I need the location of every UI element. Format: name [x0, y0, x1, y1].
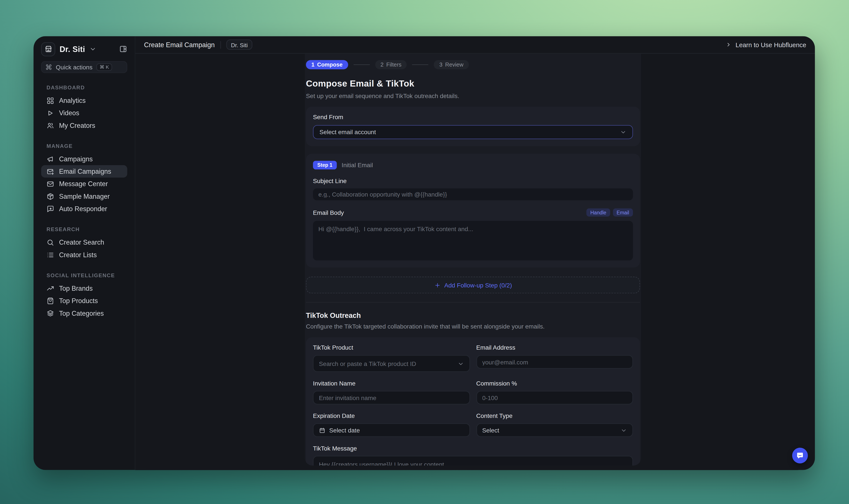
tiktok-message-textarea[interactable] — [313, 456, 633, 466]
chevron-down-icon — [620, 427, 627, 433]
workspace-switcher[interactable]: Dr. Siti — [41, 36, 127, 54]
sidebar-item-label: Top Categories — [59, 309, 104, 317]
email-body-header: Email Body Handle Email — [313, 209, 633, 217]
sidebar-item-my-creators[interactable]: My Creators — [41, 119, 127, 131]
shopping-bag-icon — [47, 297, 54, 305]
step-connector — [354, 65, 370, 65]
subject-input[interactable] — [313, 188, 633, 200]
send-from-card: Send From Select email account — [306, 107, 640, 146]
chevron-down-icon — [457, 360, 464, 367]
step-connector — [412, 65, 429, 65]
sidebar-item-top-products[interactable]: Top Products — [41, 294, 127, 307]
commission-input[interactable] — [476, 391, 633, 404]
content-type-select[interactable]: Select — [476, 423, 633, 437]
email-body-textarea[interactable] — [313, 221, 633, 260]
section-label-social-intelligence: SOCIAL INTELLIGENCE — [47, 272, 127, 278]
quick-actions-label: Quick actions — [56, 64, 92, 70]
step1-badge: Step 1 — [313, 161, 337, 169]
app-window: Dr. Siti Quick actions ⌘ K DASHBOARD Ana… — [34, 36, 815, 470]
content-type-placeholder: Select — [482, 427, 499, 433]
step1-title: Initial Email — [342, 162, 373, 168]
invitation-name-input[interactable] — [313, 391, 470, 404]
sidebar-item-creator-lists[interactable]: Creator Lists — [41, 249, 127, 261]
workspace-name: Dr. Siti — [59, 44, 85, 53]
section-label-research: RESEARCH — [47, 226, 127, 232]
step-number: 3 — [439, 62, 442, 68]
insert-email-tag-button[interactable]: Email — [613, 209, 633, 217]
learn-link[interactable]: Learn to Use Hubfluence — [726, 41, 806, 49]
plus-icon — [434, 282, 440, 288]
sidebar-item-label: Message Center — [59, 180, 108, 187]
page-title: Compose Email & TikTok — [306, 78, 640, 89]
add-followup-button[interactable]: Add Follow-up Step (0/2) — [306, 276, 640, 293]
quick-actions-shortcut: ⌘ K — [96, 63, 112, 71]
sidebar-item-videos[interactable]: Videos — [41, 107, 127, 119]
storefront-icon — [41, 42, 55, 56]
sidebar-item-creator-search[interactable]: Creator Search — [41, 236, 127, 249]
sidebar-item-message-center[interactable]: Message Center — [41, 178, 127, 190]
sidebar-item-email-campaigns[interactable]: Email Campaigns — [41, 165, 127, 177]
section-label-manage: MANAGE — [47, 143, 127, 149]
tiktok-card: TikTok Product Search or paste a TikTok … — [306, 337, 640, 466]
email-address-label: Email Address — [476, 344, 633, 351]
message-reply-icon — [47, 205, 54, 212]
sidebar-item-top-categories[interactable]: Top Categories — [41, 307, 127, 319]
sidebar-item-label: Campaigns — [59, 155, 93, 163]
list-icon — [47, 251, 54, 258]
command-icon — [46, 64, 52, 70]
step-compose[interactable]: 1 Compose — [306, 60, 348, 69]
sidebar-item-auto-responder[interactable]: Auto Responder — [41, 202, 127, 215]
commission-label: Commission % — [476, 380, 633, 386]
page-subtitle: Set up your email sequence and TikTok ou… — [306, 93, 640, 99]
sidebar-item-label: Top Brands — [59, 284, 93, 292]
quick-actions-button[interactable]: Quick actions ⌘ K — [41, 61, 127, 73]
users-icon — [47, 122, 54, 129]
collapse-sidebar-button[interactable] — [119, 45, 127, 53]
step-review[interactable]: 3 Review — [434, 60, 469, 69]
tiktok-product-field: TikTok Product Search or paste a TikTok … — [313, 344, 470, 372]
section-label-dashboard: DASHBOARD — [47, 84, 127, 90]
sidebar-item-analytics[interactable]: Analytics — [41, 94, 127, 107]
package-icon — [47, 193, 54, 200]
tiktok-message-field: TikTok Message — [313, 445, 633, 466]
expiration-date-picker[interactable]: Select date — [313, 423, 470, 437]
stepper: 1 Compose 2 Filters 3 Review — [306, 60, 640, 69]
sidebar-item-label: Auto Responder — [59, 205, 107, 212]
megaphone-icon — [47, 155, 54, 163]
topbar: Create Email Campaign Dr. Siti Learn to … — [135, 36, 815, 54]
sidebar-item-campaigns[interactable]: Campaigns — [41, 152, 127, 165]
workspace-chip[interactable]: Dr. Siti — [226, 40, 253, 50]
insert-handle-tag-button[interactable]: Handle — [586, 209, 610, 217]
layers-icon — [47, 309, 54, 317]
page-breadcrumb-title: Create Email Campaign — [144, 41, 215, 49]
merge-tags: Handle Email — [586, 209, 633, 217]
subject-label: Subject Line — [313, 178, 633, 184]
sidebar-item-top-brands[interactable]: Top Brands — [41, 282, 127, 294]
email-address-input[interactable] — [476, 355, 633, 368]
step-number: 2 — [380, 62, 383, 68]
chevron-down-icon — [89, 46, 96, 52]
chat-bubble-icon — [796, 451, 804, 460]
tiktok-message-label: TikTok Message — [313, 445, 633, 452]
tiktok-product-placeholder: Search or paste a TikTok product ID — [319, 360, 416, 367]
step-number: 1 — [311, 62, 314, 68]
expiration-date-label: Expiration Date — [313, 412, 470, 419]
campaign-form: 1 Compose 2 Filters 3 Review — [305, 53, 641, 466]
email-body-label: Email Body — [313, 209, 344, 216]
sidebar: Dr. Siti Quick actions ⌘ K DASHBOARD Ana… — [34, 36, 135, 470]
chat-widget-button[interactable] — [792, 448, 808, 463]
send-from-select[interactable]: Select email account — [313, 125, 633, 139]
invitation-name-label: Invitation Name — [313, 380, 470, 386]
sidebar-item-label: Creator Search — [59, 238, 104, 246]
step-filters[interactable]: 2 Filters — [375, 60, 407, 69]
step1-card: Step 1 Initial Email Subject Line Email … — [306, 154, 640, 267]
canvas: 1 Compose 2 Filters 3 Review — [135, 53, 815, 470]
content-type-label: Content Type — [476, 412, 633, 419]
sidebar-item-sample-manager[interactable]: Sample Manager — [41, 190, 127, 202]
commission-field: Commission % — [476, 380, 633, 404]
step-label: Review — [445, 62, 464, 68]
play-icon — [47, 109, 54, 117]
divider — [306, 302, 640, 303]
tiktok-product-combobox[interactable]: Search or paste a TikTok product ID — [313, 355, 470, 372]
add-followup-label: Add Follow-up Step (0/2) — [444, 282, 512, 288]
